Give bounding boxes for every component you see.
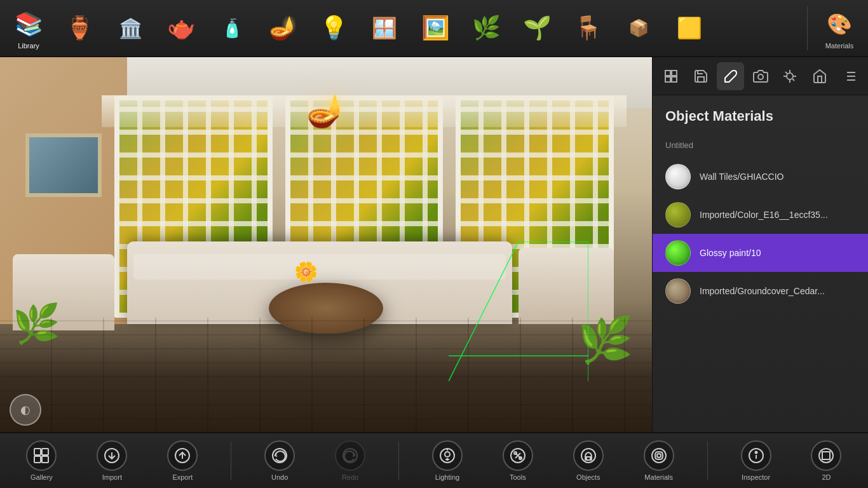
toolbar-item-plant[interactable]: 🌿 [464, 8, 508, 49]
chair-right [519, 248, 614, 324]
panel-tool-camera[interactable] [747, 62, 774, 90]
painting-icon: 🖼️ [418, 11, 453, 46]
materials-top-label: Materials [825, 42, 854, 50]
fireplace-icon: 🏛️ [113, 11, 148, 46]
toolbar-item-lamp2[interactable]: 💡 [311, 8, 356, 49]
inspector-icon [741, 440, 771, 471]
material-swatch-imported-color [665, 202, 691, 227]
toolbar-sep-right [807, 6, 808, 50]
material-swatch-imported-groundcover [665, 278, 691, 304]
viewport[interactable]: 🪔 🌼 🌿 🌿 [0, 57, 652, 432]
top-toolbar: 📚 Library 🏺 🏛️ 🫖 🧴 🪔 💡 🪟 🖼️ 🌿 🌱 🪑 📦 🟨 [0, 0, 868, 57]
panel-tool-list[interactable] [836, 62, 863, 90]
floor-decor [0, 318, 652, 432]
svg-rect-23 [42, 449, 48, 455]
material-item-wall-tiles[interactable]: Wall Tiles/GHIACCIO [653, 158, 868, 196]
bottom-item-tools[interactable]: Tools [496, 437, 540, 485]
svg-rect-50 [822, 452, 830, 459]
redo-label: Redo [342, 473, 358, 481]
toolbar-item-jug[interactable]: 🧴 [210, 8, 254, 49]
plant-icon: 🌿 [469, 11, 504, 46]
tools-label: Tools [510, 473, 526, 481]
bottom-item-inspector[interactable]: Inspector [734, 437, 778, 485]
painting-decor [25, 133, 102, 197]
panel-title: Object Materials [653, 102, 868, 137]
svg-point-45 [657, 454, 661, 458]
toolbar-item-plant2[interactable]: 🌱 [515, 8, 559, 49]
bottom-item-lighting[interactable]: Lighting [425, 437, 470, 485]
material-name-glossy-paint: Glossy paint/10 [700, 248, 761, 258]
svg-rect-4 [665, 71, 670, 76]
panel-content: Object Materials Untitled Wall Tiles/GHI… [653, 95, 868, 432]
svg-rect-25 [42, 456, 48, 463]
main-area: 🪔 🌼 🌿 🌿 [0, 57, 868, 432]
svg-rect-6 [665, 77, 670, 82]
curtains-icon: 🪟 [367, 11, 402, 46]
import-icon [97, 440, 127, 471]
panel-tool-light[interactable] [776, 62, 804, 90]
panel-tool-save[interactable] [688, 62, 715, 90]
panel-tool-home[interactable] [806, 62, 834, 90]
panel-tool-paint[interactable] [717, 62, 744, 90]
svg-rect-7 [672, 77, 677, 82]
bottom-sep-1 [231, 442, 231, 480]
right-panel: Object Materials Untitled Wall Tiles/GHI… [652, 57, 868, 432]
export-icon [167, 440, 198, 471]
nav-circle[interactable]: ◐ [10, 394, 41, 426]
svg-line-11 [785, 71, 787, 73]
material-item-imported-color[interactable]: Imported/Color_E16__1eccf35... [653, 196, 868, 234]
material-item-imported-groundcover[interactable]: Imported/Groundcover_Cedar... [653, 272, 868, 310]
chandelier: 🪔 [306, 92, 346, 129]
library-icon: 📚 [11, 7, 46, 42]
svg-point-8 [758, 74, 763, 79]
bottom-toolbar: Gallery Import Export Undo [0, 432, 868, 488]
toolbar-item-library[interactable]: 📚 Library [6, 4, 51, 53]
material-name-imported-color: Imported/Color_E16__1eccf35... [700, 210, 828, 220]
undo-icon [264, 440, 295, 471]
bottom-sep-3 [707, 442, 708, 480]
svg-point-49 [819, 449, 833, 463]
lighting-label: Lighting [435, 473, 460, 481]
bottom-item-redo[interactable]: Redo [328, 437, 372, 485]
lamp2-icon: 💡 [316, 11, 351, 46]
shelf-icon: 📦 [621, 11, 656, 46]
toolbar-item-painting[interactable]: 🖼️ [413, 8, 458, 49]
toolbar-item-shelf[interactable]: 📦 [616, 8, 661, 49]
teapot-icon: 🫖 [164, 11, 199, 46]
material-name-wall-tiles: Wall Tiles/GHIACCIO [700, 172, 784, 182]
lamp-icon: 🪔 [266, 11, 301, 46]
toolbar-item-lamp[interactable]: 🪔 [261, 8, 305, 49]
toolbar-item-curtains[interactable]: 🪟 [362, 8, 407, 49]
bottom-item-undo[interactable]: Undo [257, 437, 302, 485]
toolbar-item-floor-tile[interactable]: 🟨 [667, 8, 712, 49]
material-swatch-glossy-paint [665, 240, 691, 266]
toolbar-item-teapot[interactable]: 🫖 [159, 8, 203, 49]
material-swatch-wall-tiles [665, 164, 691, 189]
library-label: Library [18, 42, 39, 50]
material-section-label: Untitled [653, 137, 868, 158]
toolbar-item-table[interactable]: 🪑 [566, 8, 610, 49]
bottom-sep-2 [398, 442, 399, 480]
objects-label: Objects [576, 473, 600, 481]
material-name-imported-groundcover: Imported/Groundcover_Cedar... [700, 286, 825, 296]
svg-point-44 [652, 449, 666, 463]
toolbar-item-fireplace[interactable]: 🏛️ [108, 8, 153, 49]
gallery-label: Gallery [31, 473, 53, 481]
bottom-item-2d[interactable]: 2D [804, 437, 848, 485]
materials-top-icon: 🎨 [822, 7, 857, 42]
panel-tool-object[interactable] [658, 62, 685, 90]
flowers: 🌼 [294, 261, 318, 283]
toolbar-item-materials[interactable]: 🎨 Materials [817, 4, 862, 53]
material-item-glossy-paint[interactable]: Glossy paint/10 [653, 234, 868, 272]
bottom-item-materials[interactable]: Materials [637, 437, 681, 485]
bottom-item-objects[interactable]: Objects [566, 437, 611, 485]
plant2-icon: 🌱 [520, 11, 555, 46]
bottom-item-export[interactable]: Export [160, 437, 205, 485]
bottom-item-import[interactable]: Import [90, 437, 134, 485]
svg-line-12 [792, 79, 794, 81]
bottom-item-gallery[interactable]: Gallery [19, 437, 64, 485]
svg-rect-24 [34, 456, 41, 463]
import-label: Import [102, 473, 122, 481]
2d-icon [811, 440, 841, 471]
toolbar-item-vase[interactable]: 🏺 [57, 8, 102, 49]
